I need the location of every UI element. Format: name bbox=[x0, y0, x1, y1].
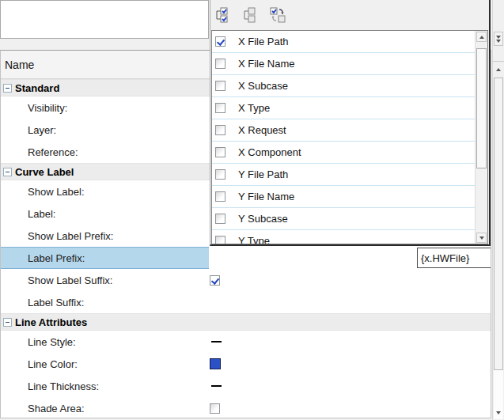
line-sample-icon[interactable] bbox=[211, 385, 222, 387]
outer-scrollbar-track[interactable] bbox=[494, 370, 503, 407]
property-label: Line Thickness: bbox=[28, 380, 99, 392]
dropdown-listbox: X File PathX File NameX SubcaseX TypeX R… bbox=[211, 30, 488, 244]
list-item-x-request[interactable]: X Request bbox=[212, 119, 476, 142]
list-item-y-file-name[interactable]: Y File Name bbox=[212, 186, 476, 208]
list-item-label: Y Type bbox=[238, 235, 270, 244]
property-label: Show Label Prefix: bbox=[28, 230, 113, 242]
property-name-cell[interactable]: Show Label: bbox=[1, 180, 209, 202]
outer-scrollbar bbox=[492, 0, 504, 420]
label-prefix-editor[interactable]: {x.HWFile} bbox=[417, 248, 491, 268]
unchecked-checkbox[interactable] bbox=[215, 236, 225, 244]
property-name-cell[interactable]: Label Prefix: bbox=[1, 247, 209, 269]
property-label: Line Color: bbox=[28, 358, 78, 370]
unchecked-checkbox[interactable] bbox=[215, 169, 225, 180]
property-value-cell[interactable] bbox=[210, 353, 221, 375]
unchecked-checkbox[interactable] bbox=[215, 191, 225, 202]
property-name-cell[interactable]: Line Color: bbox=[1, 353, 209, 375]
multiselect-dropdown-popup: X File PathX File NameX SubcaseX TypeX R… bbox=[210, 0, 491, 246]
list-item-label: X Request bbox=[238, 124, 286, 136]
outer-scroll-down-button[interactable] bbox=[494, 407, 503, 419]
property-name-cell[interactable]: Shade Area: bbox=[1, 397, 209, 418]
list-item-y-file-path[interactable]: Y File Path bbox=[212, 164, 476, 186]
property-name-cell[interactable]: Visibility: bbox=[1, 96, 209, 119]
property-row-line-style[interactable]: Line Style: bbox=[1, 331, 491, 353]
list-item-y-type[interactable]: Y Type bbox=[212, 230, 476, 244]
property-label: Shade Area: bbox=[28, 403, 85, 414]
list-item-x-type[interactable]: X Type bbox=[212, 97, 476, 119]
section-label: Curve Label bbox=[15, 166, 74, 178]
top-pane bbox=[0, 0, 209, 39]
property-label: Show Label Suffix: bbox=[28, 274, 112, 286]
dropdown-scrollbar[interactable] bbox=[475, 31, 487, 244]
property-label: Label: bbox=[28, 208, 55, 220]
list-item-x-file-path[interactable]: X File Path bbox=[212, 31, 476, 53]
property-label: Label Prefix: bbox=[28, 252, 85, 264]
collapse-minus-icon[interactable] bbox=[3, 318, 12, 327]
list-item-x-component[interactable]: X Component bbox=[212, 142, 476, 164]
property-name-cell[interactable]: Line Style: bbox=[1, 331, 209, 353]
collapse-minus-icon[interactable] bbox=[3, 168, 12, 176]
list-item-label: Y File Path bbox=[238, 168, 288, 180]
property-name-cell[interactable]: Show Label Prefix: bbox=[1, 225, 209, 247]
label-prefix-value: {x.HWFile} bbox=[421, 252, 469, 264]
check-all-button[interactable] bbox=[213, 6, 231, 25]
section-label: Standard bbox=[15, 82, 59, 94]
line-sample-icon[interactable] bbox=[211, 341, 222, 342]
property-row-shade-area[interactable]: Shade Area: bbox=[1, 397, 491, 418]
collapse-minus-icon[interactable] bbox=[3, 84, 12, 93]
invert-selection-icon bbox=[270, 7, 286, 23]
property-label: Line Style: bbox=[28, 336, 76, 348]
property-name-cell[interactable]: Label Suffix: bbox=[1, 291, 209, 313]
list-item-label: X Component bbox=[238, 146, 301, 158]
outer-scroll-up-button[interactable] bbox=[494, 63, 503, 76]
expand-panel-button[interactable] bbox=[494, 32, 503, 46]
property-name-cell[interactable]: Layer: bbox=[1, 119, 209, 141]
check-all-icon bbox=[214, 7, 230, 23]
section-label: Line Attributes bbox=[15, 316, 87, 328]
list-item-y-subcase[interactable]: Y Subcase bbox=[212, 208, 476, 230]
divider bbox=[493, 61, 504, 62]
property-name-cell[interactable]: Label: bbox=[1, 202, 209, 225]
property-name-cell[interactable]: Reference: bbox=[1, 141, 209, 163]
outer-scrollbar-thumb[interactable] bbox=[494, 78, 503, 370]
unchecked-checkbox[interactable] bbox=[210, 403, 220, 414]
list-item-x-file-name[interactable]: X File Name bbox=[212, 53, 476, 75]
scroll-down-button[interactable] bbox=[476, 233, 487, 243]
property-row-label-prefix[interactable]: Label Prefix:{x.HWFile} bbox=[1, 247, 491, 269]
property-row-label-suffix[interactable]: Label Suffix: bbox=[1, 291, 491, 313]
unchecked-checkbox[interactable] bbox=[215, 81, 225, 91]
list-item-label: Y File Name bbox=[238, 191, 294, 202]
property-value-cell[interactable] bbox=[210, 269, 220, 291]
unchecked-checkbox[interactable] bbox=[215, 59, 225, 69]
double-chevron-down-icon bbox=[496, 36, 501, 39]
property-name-cell[interactable]: Show Label Suffix: bbox=[1, 269, 209, 291]
uncheck-all-icon bbox=[242, 7, 258, 23]
scrollbar-thumb[interactable] bbox=[476, 48, 487, 168]
down-arrow-icon bbox=[496, 411, 501, 414]
property-value-cell[interactable] bbox=[210, 331, 222, 353]
property-row-show-label-suffix[interactable]: Show Label Suffix: bbox=[1, 269, 491, 291]
property-row-line-color[interactable]: Line Color: bbox=[1, 353, 491, 375]
property-label: Show Label: bbox=[28, 186, 85, 198]
uncheck-all-button[interactable] bbox=[241, 6, 259, 25]
unchecked-checkbox[interactable] bbox=[215, 103, 225, 113]
unchecked-checkbox[interactable] bbox=[215, 214, 225, 224]
list-item-label: X Type bbox=[238, 102, 270, 114]
section-row-line-attributes[interactable]: Line Attributes bbox=[1, 313, 491, 331]
down-arrow-icon bbox=[479, 236, 484, 240]
scroll-up-button[interactable] bbox=[476, 32, 487, 42]
unchecked-checkbox[interactable] bbox=[215, 147, 225, 157]
checked-checkbox[interactable] bbox=[210, 275, 220, 286]
property-row-line-thickness[interactable]: Line Thickness: bbox=[1, 375, 491, 397]
checked-checkbox[interactable] bbox=[215, 36, 225, 47]
property-value-cell[interactable] bbox=[210, 375, 222, 397]
up-arrow-icon bbox=[479, 36, 484, 39]
invert-selection-button[interactable] bbox=[268, 6, 286, 25]
line-color-swatch[interactable] bbox=[210, 358, 221, 369]
list-item-label: Y Subcase bbox=[238, 213, 288, 225]
property-name-cell[interactable]: Line Thickness: bbox=[1, 375, 209, 397]
property-value-cell[interactable] bbox=[210, 397, 220, 418]
popup-toolbar bbox=[210, 0, 489, 30]
unchecked-checkbox[interactable] bbox=[215, 125, 225, 135]
list-item-x-subcase[interactable]: X Subcase bbox=[212, 75, 476, 97]
